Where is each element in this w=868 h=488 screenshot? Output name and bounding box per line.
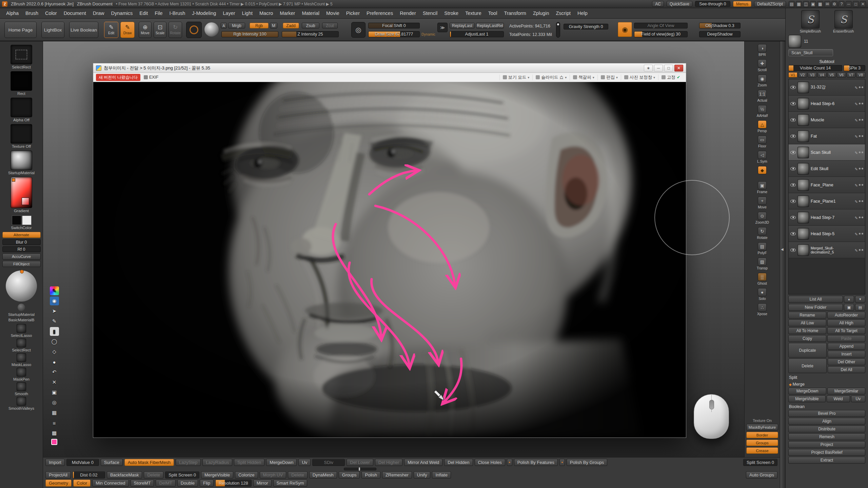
visibility-eye-icon[interactable] — [790, 248, 796, 252]
picker-thumbnail[interactable] — [11, 71, 32, 91]
bottom-button[interactable]: Del Lower — [347, 459, 373, 466]
bottom-button[interactable]: Resolution 128 — [215, 480, 252, 487]
bottom-button[interactable]: Unify — [414, 471, 431, 479]
stroke-preview[interactable] — [186, 22, 202, 38]
viewer-menu-item[interactable]: 편집 ▾ — [597, 75, 621, 80]
move-button[interactable]: ⊕Move — [139, 22, 152, 38]
bottom-button[interactable]: BackfaceMask — [107, 471, 142, 479]
move-up-icon[interactable] — [844, 296, 854, 303]
autoreorder-button[interactable]: AutoReorder — [827, 312, 865, 319]
frame-icon[interactable]: ▣ Frame — [745, 181, 780, 197]
always-on-top-icon[interactable]: ∗ — [644, 65, 653, 72]
viewer-menu-item[interactable]: 책갈피 ▾ — [570, 75, 597, 80]
clear-icon[interactable]: ✕ — [50, 378, 59, 387]
subtool-row-icons[interactable] — [855, 149, 863, 156]
tray-divider[interactable] — [780, 41, 785, 488]
brush-preset-thumbnail[interactable] — [17, 368, 26, 377]
menu-item[interactable]: Tool — [485, 11, 501, 16]
live-boolean-button[interactable]: Live Boolean — [69, 22, 98, 38]
menu-item[interactable]: Stencil — [419, 11, 441, 16]
menu-item[interactable]: Zplugin — [530, 11, 553, 16]
delete-button[interactable]: Delete — [788, 359, 827, 373]
settings-icon[interactable]: ⚙ — [831, 1, 837, 7]
subtool-row-icons[interactable] — [855, 247, 863, 253]
31-32강[interactable]: 31-32강 — [789, 79, 865, 96]
brush-preset-thumbnail[interactable] — [17, 382, 26, 391]
rotate-button[interactable]: ↻Rotate — [169, 22, 182, 38]
zsub-button[interactable]: Zsub — [302, 23, 319, 28]
bottom-button[interactable]: Geometry — [45, 480, 72, 487]
picker-thumbnail[interactable] — [11, 45, 32, 64]
bottom-button[interactable]: Smart ReSym — [273, 480, 308, 487]
bottom-button[interactable]: MidValue 0 — [66, 459, 99, 466]
bottom-button[interactable]: Mirror And Weld — [404, 459, 442, 466]
folder-close-icon[interactable] — [855, 304, 865, 311]
exif-button[interactable]: EXIF — [144, 75, 159, 80]
cursor-icon[interactable]: ➤ — [50, 307, 59, 316]
bpr-render-icon[interactable]: ◑ BPR — [745, 44, 780, 59]
draw-size-slider[interactable]: Draw Size 67.81777 — [368, 31, 420, 37]
subtool-row-icons[interactable] — [855, 215, 863, 221]
bottom-button[interactable]: Colorize — [235, 471, 258, 479]
pin-pen-icon[interactable]: ✎ — [50, 286, 59, 295]
pen-icon[interactable]: ✎ — [50, 317, 59, 326]
menu-item[interactable]: Material — [298, 11, 323, 16]
alternate-button[interactable]: Alternate — [2, 232, 41, 238]
bottom-button[interactable]: Mirror — [253, 480, 272, 487]
dynamic-label[interactable]: Dynamic — [421, 32, 435, 36]
move-down-icon[interactable] — [855, 296, 865, 303]
subtool-header[interactable]: Subtool — [788, 59, 865, 64]
project-basrelief-button[interactable]: Project BasRelief — [788, 449, 865, 456]
shape-tool-icon[interactable]: ◇ — [50, 347, 59, 356]
viewer-menu-item[interactable]: 슬라이드 쇼 ▾ — [532, 75, 570, 80]
picker-thumbnail[interactable] — [11, 124, 32, 144]
all-low-button[interactable]: All Low — [788, 320, 826, 326]
rename-button[interactable]: Rename — [788, 312, 826, 319]
rotate-view-icon[interactable]: ↻ Rotate — [745, 227, 780, 242]
perspective-icon[interactable]: △ Persp — [745, 120, 780, 136]
xpose-icon[interactable]: ∴ Xpose — [745, 303, 780, 319]
close-icon[interactable]: ✕ — [860, 1, 866, 7]
subtool-row-icons[interactable] — [855, 166, 863, 172]
menu-item[interactable]: Dynamics — [108, 11, 136, 16]
split-section-label[interactable]: Split — [788, 375, 865, 380]
bottom-button[interactable]: Uv — [298, 459, 311, 466]
bottom-button[interactable]: • — [559, 459, 565, 466]
weld-button[interactable]: Weld — [827, 395, 850, 402]
extract-button[interactable]: Extract — [788, 457, 865, 464]
Head Step-7[interactable]: Head Step-7 — [789, 209, 865, 226]
basic-material-label[interactable]: BasicMaterialB — [8, 318, 35, 322]
bottom-button[interactable]: MergeVisible — [201, 471, 233, 479]
actual-size-icon[interactable]: 1:1 Actual — [745, 90, 780, 105]
menu-item[interactable]: Preferences — [363, 11, 396, 16]
mergedown-button[interactable]: MergeDown — [788, 388, 826, 394]
visibility-eye-icon[interactable] — [790, 167, 796, 170]
copy-button[interactable]: Copy — [788, 335, 826, 342]
Face_Plane[interactable]: Face_Plane — [789, 177, 865, 193]
undo-icon[interactable]: ↶ — [50, 368, 59, 377]
bottom-button[interactable]: Groups — [339, 471, 360, 479]
picker-thumbnail[interactable] — [11, 215, 32, 225]
subtool-row-icons[interactable] — [855, 231, 863, 237]
split-view-icon[interactable]: ◫ — [803, 1, 809, 7]
bottom-button[interactable]: Color — [73, 480, 91, 487]
version-button[interactable]: V4 — [817, 72, 827, 78]
bottom-button[interactable]: Split Hidden — [234, 459, 264, 466]
duplicate-button[interactable]: Duplicate — [788, 343, 827, 358]
line-width-icon[interactable]: ● — [50, 358, 59, 366]
insert-button[interactable]: Insert — [828, 351, 865, 358]
bottom-button[interactable]: SDiv — [312, 459, 345, 466]
subtool-row-icons[interactable] — [855, 84, 863, 90]
subtool-row-icons[interactable] — [855, 101, 863, 107]
Head Step-6[interactable]: Head Step-6 — [789, 96, 865, 112]
ghost-icon[interactable]: ▒ Ghost — [745, 273, 780, 288]
menu-item[interactable]: Draw — [90, 11, 108, 16]
Scan Skull[interactable]: Scan Skull — [789, 144, 865, 161]
mergesimilar-button[interactable]: MergeSimilar — [827, 388, 865, 394]
visibility-eye-icon[interactable] — [790, 183, 796, 187]
zoom-icon[interactable]: ◉ Zoom — [745, 75, 780, 90]
grid-icon[interactable]: ▦ — [796, 1, 802, 7]
lightbox-button[interactable]: LightBox — [41, 22, 64, 38]
Fat[interactable]: Fat — [789, 128, 865, 144]
menu-item[interactable]: Help — [574, 11, 591, 16]
